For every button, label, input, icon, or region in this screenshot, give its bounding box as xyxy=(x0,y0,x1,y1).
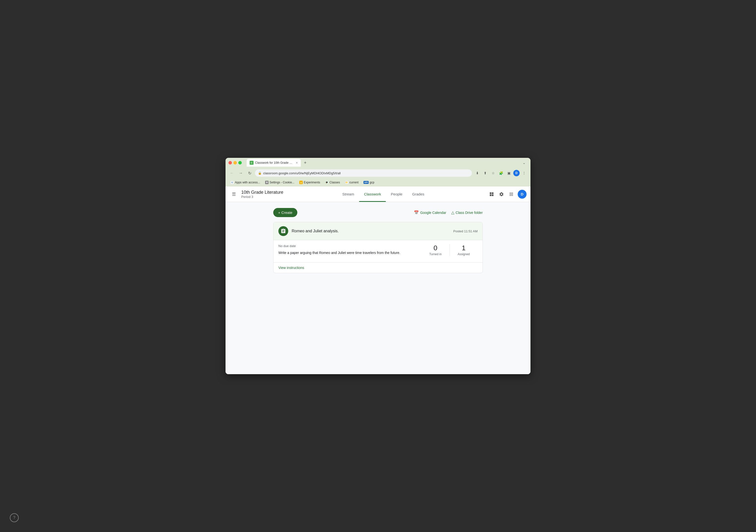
tab-favicon: C xyxy=(250,161,254,165)
class-drive-link[interactable]: △ Class Drive folder xyxy=(451,210,483,215)
view-instructions-link[interactable]: View instructions xyxy=(279,266,304,270)
menu-button[interactable]: ⋮ xyxy=(521,170,527,176)
assigned-stat: 1 Assigned xyxy=(449,244,477,256)
bookmark-current-label: current xyxy=(349,181,359,184)
assignment-stats: 0 Turned in 1 Assigned xyxy=(421,244,477,256)
assignment-content-row: No due date Write a paper arguing that R… xyxy=(279,244,477,258)
tab-close-button[interactable]: × xyxy=(296,161,298,165)
bookmark-experiments-favicon: ▲ xyxy=(299,181,303,184)
forward-button[interactable]: → xyxy=(237,170,244,176)
tab-classwork[interactable]: Classwork xyxy=(359,186,386,202)
assignment-due: No due date xyxy=(279,244,421,248)
assignment-text-side: No due date Write a paper arguing that R… xyxy=(279,244,421,258)
page-content: + Create 📅 Google Calendar △ Class Drive… xyxy=(226,202,530,374)
sidebar-toggle-button[interactable]: ▣ xyxy=(505,170,512,176)
tab-bar: C Classwork for 10th Grade Liter... × + xyxy=(247,159,519,167)
class-info: 10th Grade Literature Period 3 xyxy=(241,190,283,199)
app-header: ☰ 10th Grade Literature Period 3 Stream … xyxy=(226,186,530,202)
class-period: Period 3 xyxy=(241,195,283,199)
main-content: ☰ 10th Grade Literature Period 3 Stream … xyxy=(226,186,530,374)
bookmark-classes[interactable]: 🎓 Classes xyxy=(323,180,342,185)
assignment-footer: View instructions xyxy=(274,262,482,273)
bookmarks-bar: G Apps with access... ⚙ Settings - Cooki… xyxy=(226,178,530,186)
nav-tabs: Stream Classwork People Grades xyxy=(338,186,429,202)
back-button[interactable]: ← xyxy=(229,170,235,176)
content-wrap: + Create 📅 Google Calendar △ Class Drive… xyxy=(267,208,489,273)
view-toggle-button[interactable] xyxy=(487,190,496,199)
bookmark-gcp-badge: API xyxy=(364,181,369,184)
tab-people[interactable]: People xyxy=(386,186,407,202)
bookmark-apps-favicon: G xyxy=(230,181,234,184)
bookmark-settings[interactable]: ⚙ Settings - Cookie... xyxy=(263,180,296,185)
title-bar: C Classwork for 10th Grade Liter... × + … xyxy=(226,158,530,168)
bookmark-current-favicon: 📁 xyxy=(345,181,348,184)
traffic-lights xyxy=(229,161,242,165)
google-calendar-link[interactable]: 📅 Google Calendar xyxy=(414,210,446,215)
header-profile-button[interactable]: D xyxy=(518,190,526,199)
tab-stream[interactable]: Stream xyxy=(338,186,359,202)
settings-button[interactable] xyxy=(497,190,506,199)
lock-icon: 🔒 xyxy=(258,171,262,175)
turned-in-stat: 0 Turned in xyxy=(421,244,449,256)
header-right: D xyxy=(487,190,526,199)
maximize-window-button[interactable] xyxy=(238,161,242,165)
bookmark-gcp[interactable]: API gcp xyxy=(362,180,376,185)
address-text: classroom.google.com/u/0/w/NjEyMDI4ODIxM… xyxy=(263,171,340,175)
assignment-icon-svg xyxy=(281,228,286,234)
tab-title: Classwork for 10th Grade Liter... xyxy=(255,161,293,165)
class-name: 10th Grade Literature xyxy=(241,190,283,195)
bookmark-experiments-label: Experiments xyxy=(304,181,320,184)
drive-icon: △ xyxy=(451,210,454,215)
assignment-posted: Posted 11:51 AM xyxy=(453,229,477,233)
bookmark-classes-label: Classes xyxy=(330,181,340,184)
minimize-window-button[interactable] xyxy=(233,161,237,165)
address-input[interactable]: 🔒 classroom.google.com/u/0/w/NjEyMDI4ODI… xyxy=(255,170,472,177)
bookmark-gcp-label: gcp xyxy=(370,181,374,184)
address-bar-right: ⬇ ⬆ ☆ 🧩 ▣ D ⋮ xyxy=(474,170,527,176)
turned-in-count: 0 xyxy=(429,244,442,252)
bookmark-settings-favicon: ⚙ xyxy=(265,181,269,184)
download-icon-button[interactable]: ⬇ xyxy=(474,170,481,176)
active-tab[interactable]: C Classwork for 10th Grade Liter... × xyxy=(247,159,301,167)
share-icon-button[interactable]: ⬆ xyxy=(482,170,489,176)
create-button[interactable]: + Create xyxy=(273,208,297,217)
tab-grades[interactable]: Grades xyxy=(407,186,429,202)
extensions-icon-button[interactable]: 🧩 xyxy=(498,170,504,176)
turned-in-label: Turned in xyxy=(429,253,442,256)
bookmark-settings-label: Settings - Cookie... xyxy=(270,181,294,184)
toolbar-links: 📅 Google Calendar △ Class Drive folder xyxy=(414,210,483,215)
apps-button[interactable] xyxy=(507,190,516,199)
calendar-icon: 📅 xyxy=(414,210,419,215)
reload-button[interactable]: ↻ xyxy=(246,170,253,176)
assignment-icon xyxy=(279,226,288,236)
bookmark-current[interactable]: 📁 current xyxy=(343,180,361,185)
bookmark-icon-button[interactable]: ☆ xyxy=(490,170,497,176)
window-dropdown-button[interactable]: ⌄ xyxy=(521,159,527,166)
new-tab-button[interactable]: + xyxy=(302,159,309,166)
assigned-label: Assigned xyxy=(458,253,470,256)
hamburger-menu-button[interactable]: ☰ xyxy=(230,190,238,199)
bookmark-apps[interactable]: G Apps with access... xyxy=(229,180,262,185)
browser-profile-button[interactable]: D xyxy=(513,170,520,176)
assignment-body: No due date Write a paper arguing that R… xyxy=(274,240,482,262)
assignment-title: Romeo and Juliet analysis. xyxy=(292,229,450,233)
assignment-description: Write a paper arguing that Romeo and Jul… xyxy=(279,250,421,255)
bookmark-classes-favicon: 🎓 xyxy=(325,181,329,184)
toolbar-row: + Create 📅 Google Calendar △ Class Drive… xyxy=(273,208,483,217)
assigned-count: 1 xyxy=(458,244,470,252)
assignment-header: Romeo and Juliet analysis. Posted 11:51 … xyxy=(274,222,482,240)
title-bar-controls: ⌄ xyxy=(521,159,527,166)
bookmark-experiments[interactable]: ▲ Experiments xyxy=(297,180,322,185)
address-bar: ← → ↻ 🔒 classroom.google.com/u/0/w/NjEyM… xyxy=(226,168,530,178)
browser-window: C Classwork for 10th Grade Liter... × + … xyxy=(226,158,530,374)
close-window-button[interactable] xyxy=(229,161,232,165)
assignment-card: Romeo and Juliet analysis. Posted 11:51 … xyxy=(273,222,483,273)
bookmark-apps-label: Apps with access... xyxy=(235,181,260,184)
